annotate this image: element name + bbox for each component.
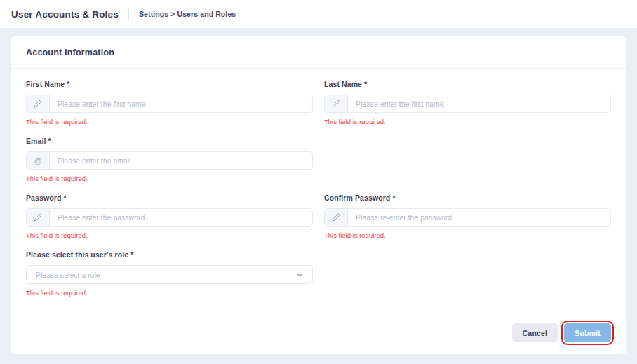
first-name-input[interactable] — [50, 95, 312, 112]
last-name-field: Last Name * This field is required. — [324, 80, 611, 126]
confirm-password-input-group — [324, 208, 611, 227]
chevron-down-icon — [296, 271, 303, 278]
top-bar: User Accounts & Roles Settings > Users a… — [0, 0, 637, 28]
form-footer: Cancel Submit — [11, 311, 626, 354]
email-input[interactable] — [50, 152, 312, 169]
role-error: This field is required. — [26, 289, 313, 297]
form-row-email: Email * @ This field is required. — [26, 137, 611, 182]
password-input-group — [26, 208, 313, 227]
at-sign-icon: @ — [27, 152, 50, 169]
form-row-passwords: Password * This field is required. Confi… — [26, 194, 611, 239]
first-name-input-group — [26, 95, 313, 113]
email-input-group: @ — [26, 151, 313, 170]
password-label: Password * — [26, 194, 313, 202]
confirm-password-field: Confirm Password * This field is require… — [324, 194, 611, 239]
card-title: Account Information — [11, 36, 626, 69]
submit-button[interactable]: Submit — [564, 323, 611, 342]
form-row-names: First Name * This field is required. Las… — [26, 80, 611, 126]
password-error: This field is required. — [26, 231, 313, 239]
page-title: User Accounts & Roles — [11, 9, 119, 20]
last-name-label: Last Name * — [324, 80, 611, 88]
form-row-role: Please select this user's role * Please … — [26, 250, 611, 297]
first-name-label: First Name * — [26, 80, 313, 88]
title-breadcrumb-divider — [128, 8, 129, 20]
confirm-password-label: Confirm Password * — [324, 194, 611, 202]
first-name-field: First Name * This field is required. — [26, 80, 313, 126]
first-name-error: This field is required. — [26, 118, 313, 126]
confirm-password-input[interactable] — [348, 209, 610, 226]
account-information-card: Account Information First Name * This fi… — [11, 36, 626, 354]
last-name-input-group — [324, 95, 611, 113]
pencil-icon — [27, 209, 50, 226]
account-form: First Name * This field is required. Las… — [11, 69, 626, 311]
role-select[interactable]: Please select a role — [26, 265, 313, 284]
role-field: Please select this user's role * Please … — [26, 250, 313, 297]
pencil-icon — [325, 209, 348, 226]
role-select-value: Please select a role — [36, 271, 100, 279]
confirm-password-error: This field is required. — [324, 231, 611, 239]
email-error: This field is required. — [26, 175, 313, 182]
last-name-input[interactable] — [348, 95, 610, 112]
role-label: Please select this user's role * — [26, 250, 313, 259]
email-field: Email * @ This field is required. — [26, 137, 313, 182]
cancel-button[interactable]: Cancel — [512, 323, 558, 342]
last-name-error: This field is required. — [324, 118, 611, 126]
password-field: Password * This field is required. — [26, 194, 313, 239]
pencil-icon — [27, 95, 50, 112]
pencil-icon — [325, 95, 348, 112]
email-label: Email * — [26, 137, 313, 145]
password-input[interactable] — [50, 209, 312, 226]
breadcrumb[interactable]: Settings > Users and Roles — [139, 10, 236, 18]
